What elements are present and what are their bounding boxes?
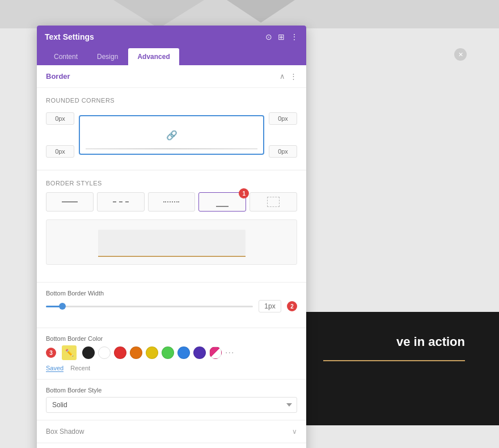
width-slider [46,306,253,307]
corner-preview-line [86,149,257,149]
swatch-black[interactable] [82,346,95,359]
more-colors-button[interactable]: ··· [225,348,234,358]
tab-design[interactable]: Design [88,48,127,65]
border-style-options: 1 [46,192,297,212]
bottom-border-icon [216,197,229,207]
box-shadow-section[interactable]: Box Shadow ∨ [37,421,306,442]
bg-triangle2 [227,0,295,23]
box-shadow-label: Box Shadow [46,428,84,436]
color-tab-saved[interactable]: Saved [46,365,64,372]
filters-section[interactable]: Filters ∨ [37,443,306,448]
panel-body: Border ∧ ⋮ Rounded Corners 🔗 [37,65,306,448]
swatch-green[interactable] [162,346,174,359]
color-tab-recent[interactable]: Recent [70,365,90,372]
swatch-red[interactable] [114,346,126,359]
bg-text: ve in action [396,335,465,349]
color-tabs: Saved Recent [46,365,297,372]
swatch-purple[interactable] [193,346,206,359]
collapse-icon[interactable]: ∧ [280,72,285,81]
bottom-border-width-label: Bottom Border Width [46,290,297,297]
rounded-corners-label: Rounded Corners [46,97,297,104]
solid-icon [62,201,78,202]
swatch-yellow[interactable] [146,346,158,359]
badge-3: 3 [46,348,56,358]
link-corners-icon[interactable]: 🔗 [166,130,177,141]
color-swatches: ··· [82,346,234,359]
border-preview-line [98,256,246,257]
border-section-title: Border [46,72,70,81]
eyedropper-button[interactable]: ✏️ [62,345,77,360]
section-more-icon[interactable]: ⋮ [290,72,297,81]
swatch-orange[interactable] [130,346,142,359]
dotted-icon [163,201,179,202]
swatch-white[interactable] [98,346,111,359]
corner-preview: 🔗 [79,115,264,155]
badge-1: 1 [239,188,249,198]
panel-header-icons: ⊙ ⊞ ⋮ [265,32,298,41]
corners-control: 🔗 [46,109,297,160]
badge-2: 2 [287,301,297,311]
bottom-border-style-select[interactable]: Solid Dashed Dotted Double [46,397,297,413]
columns-icon[interactable]: ⊞ [278,32,285,41]
tab-advanced[interactable]: Advanced [128,48,179,65]
more-icon[interactable]: ⋮ [290,32,298,41]
border-preview-inner [98,230,246,255]
panel-title: Text Settings [45,32,94,41]
bottom-border-color-label: Bottom Border Color [46,335,297,342]
border-styles-label: Border Styles [46,180,297,187]
tab-content[interactable]: Content [45,48,87,65]
bg-dark-panel [284,312,499,425]
section-header-icons: ∧ ⋮ [280,72,297,81]
border-style-bottom[interactable]: 1 [198,192,246,212]
bottom-border-width-block: Bottom Border Width 2 [37,283,306,327]
top-right-radius[interactable] [269,112,297,125]
border-section-header: Border ∧ ⋮ [37,65,306,88]
width-value-input[interactable] [259,300,281,312]
slider-thumb[interactable] [59,303,66,310]
panel-tabs: Content Design Advanced [37,48,306,65]
border-styles-section: Border Styles 1 [37,171,306,282]
border-style-solid[interactable] [46,192,94,212]
bg-decorative-line [323,360,465,361]
left-corners [46,112,74,158]
panel-header: Text Settings ⊙ ⊞ ⋮ [37,26,306,48]
bg-triangle1 [113,0,204,28]
border-section: Border ∧ ⋮ Rounded Corners 🔗 [37,65,306,170]
none-border-icon [267,197,280,207]
bottom-border-width-row: 2 [46,300,297,312]
border-style-none[interactable] [250,192,297,212]
box-shadow-chevron: ∨ [292,428,297,436]
swatch-gradient[interactable] [209,346,222,359]
slider-track [46,306,253,307]
top-left-radius[interactable] [46,112,74,125]
dashed-icon [113,201,129,202]
right-corners [269,112,297,158]
border-style-dashed[interactable] [97,192,145,212]
panel-close-button[interactable]: ✕ [454,48,467,61]
text-settings-panel: Text Settings ⊙ ⊞ ⋮ Content Design Advan… [37,26,306,448]
bottom-border-color-section: Bottom Border Color 3 ✏️ ··· [37,328,306,379]
bottom-border-style-block: Bottom Border Style Solid Dashed Dotted … [37,380,306,420]
bottom-left-radius[interactable] [46,145,74,158]
fullscreen-icon[interactable]: ⊙ [265,32,272,41]
color-palette-header: 3 ✏️ ··· [46,345,297,360]
bottom-border-style-label: Bottom Border Style [46,387,297,394]
border-style-dotted[interactable] [148,192,196,212]
bottom-right-radius[interactable] [269,145,297,158]
border-preview [46,219,297,265]
swatch-blue[interactable] [177,346,190,359]
rounded-corners-content: Rounded Corners 🔗 [37,88,306,170]
